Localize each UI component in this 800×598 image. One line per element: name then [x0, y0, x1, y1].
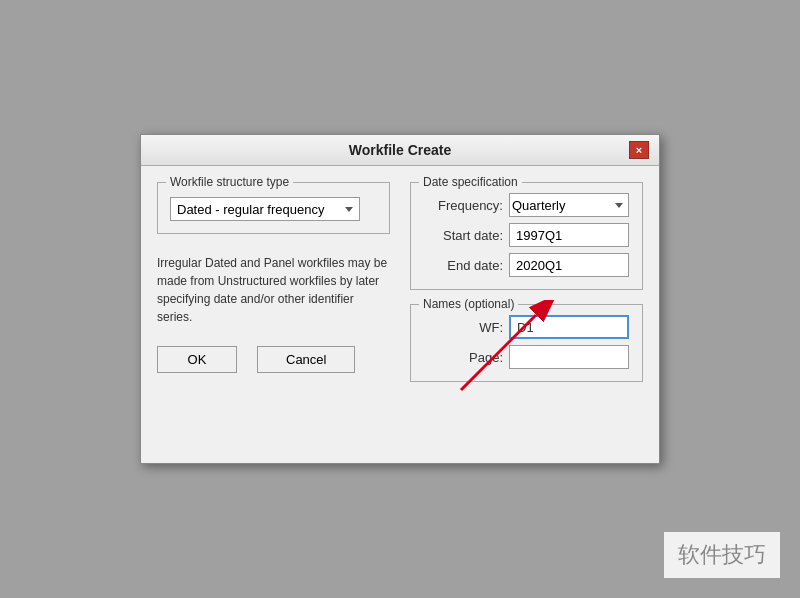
structure-dropdown-container: Dated - regular frequency — [170, 197, 377, 221]
wf-label: WF: — [423, 320, 503, 335]
frequency-row: Frequency: Quarterly — [423, 193, 630, 217]
ok-button[interactable]: OK — [157, 346, 237, 373]
buttons-row: OK Cancel — [157, 338, 390, 373]
frequency-value: Quarterly — [512, 198, 565, 213]
names-legend: Names (optional) — [419, 297, 518, 311]
wf-input[interactable] — [509, 315, 629, 339]
workfile-structure-group: Workfile structure type Dated - regular … — [157, 182, 390, 234]
frequency-label: Frequency: — [423, 198, 503, 213]
info-text: Irregular Dated and Panel workfiles may … — [157, 254, 390, 326]
watermark: 软件技巧 — [664, 532, 780, 578]
frequency-dropdown[interactable]: Quarterly — [509, 193, 629, 217]
end-date-input[interactable] — [509, 253, 629, 277]
left-panel: Workfile structure type Dated - regular … — [157, 182, 390, 382]
title-bar: Workfile Create × — [141, 135, 659, 166]
wf-row: WF: — [423, 315, 630, 339]
dialog-body: Workfile structure type Dated - regular … — [141, 166, 659, 398]
page-label: Page: — [423, 350, 503, 365]
date-spec-legend: Date specification — [419, 175, 522, 189]
start-date-input[interactable] — [509, 223, 629, 247]
workfile-structure-legend: Workfile structure type — [166, 175, 293, 189]
start-date-label: Start date: — [423, 228, 503, 243]
dropdown-arrow-icon — [341, 207, 353, 212]
end-date-row: End date: — [423, 253, 630, 277]
start-date-row: Start date: — [423, 223, 630, 247]
page-row: Page: — [423, 345, 630, 369]
workfile-create-dialog: Workfile Create × Workfile structure typ… — [140, 134, 660, 464]
names-optional-group: Names (optional) WF: Page: — [410, 304, 643, 382]
end-date-label: End date: — [423, 258, 503, 273]
cancel-button[interactable]: Cancel — [257, 346, 355, 373]
structure-type-dropdown[interactable]: Dated - regular frequency — [170, 197, 360, 221]
date-specification-group: Date specification Frequency: Quarterly … — [410, 182, 643, 290]
page-input[interactable] — [509, 345, 629, 369]
right-panel: Date specification Frequency: Quarterly … — [410, 182, 643, 382]
dialog-title: Workfile Create — [171, 142, 629, 158]
close-button[interactable]: × — [629, 141, 649, 159]
dropdown-value: Dated - regular frequency — [177, 202, 324, 217]
